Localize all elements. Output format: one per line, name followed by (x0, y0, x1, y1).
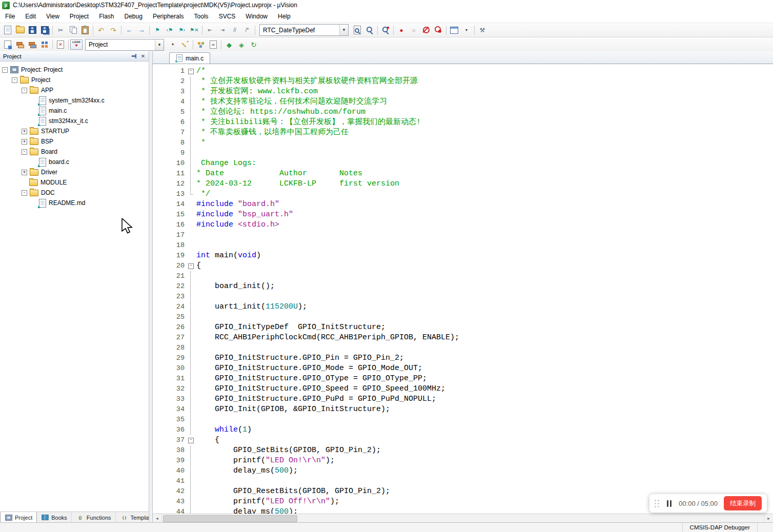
kill-all-breakpoints-button[interactable] (420, 24, 432, 36)
bookmark-toggle-button[interactable]: ⚑ (151, 24, 164, 36)
build-target-button[interactable] (14, 38, 26, 51)
scrollbar-track[interactable] (297, 514, 764, 523)
copy-button[interactable] (67, 24, 79, 36)
menu-edit[interactable]: Edit (20, 11, 41, 22)
scroll-left-button[interactable] (153, 515, 162, 523)
update-software-packs-button[interactable]: ↻ (248, 38, 260, 51)
paste-button[interactable] (79, 24, 91, 36)
stop-recording-button[interactable]: 结束录制 (724, 496, 762, 511)
tree-item-label: DOC (41, 189, 55, 196)
configure-tools-button[interactable]: ⚒ (476, 24, 489, 36)
tree-expander-icon[interactable]: - (22, 88, 27, 93)
recording-time: 00:00 / 05:00 (679, 500, 718, 507)
rebuild-all-button[interactable] (26, 38, 38, 51)
tree-expander-icon[interactable]: + (22, 170, 27, 175)
window-layout-button[interactable] (448, 24, 460, 36)
pack-installer-button[interactable]: ◈ (235, 38, 248, 51)
navigate-back-button[interactable]: ← (123, 24, 135, 36)
find-in-files-button[interactable] (351, 24, 363, 36)
translate-file-button[interactable] (2, 38, 14, 51)
uncomment-selection-button[interactable]: /* (241, 24, 253, 36)
navigate-forward-button[interactable]: → (135, 24, 148, 36)
menu-window[interactable]: Window (240, 11, 273, 22)
editor-tab-main-c[interactable]: main.c (169, 52, 210, 64)
bookmark-next-button[interactable]: ⚑› (176, 24, 188, 36)
fold-collapse-icon[interactable] (188, 438, 194, 443)
new-file-button[interactable] (2, 24, 14, 36)
enable-disable-breakpoint-button[interactable]: ○ (408, 24, 420, 36)
window-layout-dropdown-button[interactable]: ▾ (460, 24, 473, 36)
comment-selection-button[interactable]: // (229, 24, 241, 36)
insert-remove-breakpoint-button[interactable]: ● (395, 24, 408, 36)
tree-item-doc[interactable]: -DOC (0, 188, 149, 198)
find-word-button[interactable] (363, 24, 376, 36)
menu-view[interactable]: View (41, 11, 65, 22)
tree-item-stm32f4xx-it-c[interactable]: stm32f4xx_it.c (0, 116, 149, 126)
unindent-button[interactable]: ⇤ (204, 24, 216, 36)
editor-horizontal-scrollbar[interactable] (153, 514, 773, 523)
panel-tab-project[interactable]: Project (0, 512, 37, 523)
manage-project-items-button[interactable] (195, 38, 207, 51)
panel-tab-books[interactable]: Books (37, 512, 72, 523)
tree-item-app[interactable]: -APP (0, 85, 149, 95)
symbol-combo[interactable]: RTC_DateTypeDef (259, 24, 349, 36)
pause-recording-button[interactable] (666, 500, 673, 507)
tree-expander-icon[interactable]: - (22, 149, 27, 155)
options-for-target-button[interactable] (179, 38, 191, 51)
tree-item-board-c[interactable]: board.c (0, 157, 149, 167)
symbol-combo-dropdown[interactable] (339, 25, 348, 35)
fold-collapse-icon[interactable] (188, 263, 194, 269)
download-to-flash-button[interactable]: LOAD (70, 38, 83, 51)
tree-item-startup[interactable]: +STARTUP (0, 126, 149, 136)
tree-item-board[interactable]: -Board (0, 147, 149, 157)
code-area[interactable]: 1/*2 * 立创开发板软硬件资料与相关扩展板软硬件资料官网全部开源3 * 开发… (153, 64, 773, 514)
bookmark-previous-button[interactable]: ‹⚑ (164, 24, 176, 36)
file-extensions-books-environments-button[interactable]: ab (207, 38, 219, 51)
manage-run-time-environment-button[interactable]: ◆ (223, 38, 235, 51)
tree-item-project[interactable]: -Project (0, 75, 149, 85)
cut-button[interactable]: ✂ (54, 24, 67, 36)
scroll-right-button[interactable] (764, 515, 773, 523)
tree-item-module[interactable]: MODULE (0, 177, 149, 188)
batch-build-button[interactable] (38, 38, 51, 51)
open-file-button[interactable] (14, 24, 26, 36)
bookmark-clear-all-button[interactable]: ⚑✕ (188, 24, 200, 36)
tree-expander-icon[interactable]: + (22, 129, 27, 134)
menu-file[interactable]: File (0, 11, 20, 22)
tree-expander-icon[interactable]: - (12, 77, 17, 83)
tree-item-main-c[interactable]: main.c (0, 106, 149, 116)
target-combo-dropdown[interactable] (155, 39, 164, 50)
enable-disable-all-breakpoints-button[interactable] (432, 24, 444, 36)
tree-item-project-project[interactable]: -Project: Project (0, 65, 149, 75)
menu-tools[interactable]: Tools (189, 11, 214, 22)
save-all-button[interactable] (38, 24, 51, 36)
menu-project[interactable]: Project (65, 11, 94, 22)
scrollbar-thumb[interactable] (163, 515, 297, 522)
panel-tab-functions[interactable]: {}Functions (72, 512, 116, 523)
menu-flash[interactable]: Flash (94, 11, 119, 22)
save-button[interactable] (26, 24, 38, 36)
tree-item-driver[interactable]: +Driver (0, 167, 149, 177)
indent-button[interactable]: ⇥ (216, 24, 229, 36)
panel-pin-button[interactable] (131, 52, 139, 60)
panel-close-button[interactable] (139, 52, 147, 60)
fold-collapse-icon[interactable] (188, 69, 194, 74)
redo-button[interactable]: ↷ (107, 24, 119, 36)
target-dropdown-button[interactable]: ▾ (167, 38, 179, 51)
tree-item-bsp[interactable]: +BSP (0, 136, 149, 147)
menu-debug[interactable]: Debug (119, 11, 148, 22)
tree-expander-icon[interactable]: + (22, 139, 27, 145)
menu-svcs[interactable]: SVCS (214, 11, 241, 22)
undo-button[interactable]: ↶ (95, 24, 107, 36)
file-icon (39, 96, 46, 105)
tree-expander-icon[interactable]: - (2, 67, 8, 73)
menu-help[interactable]: Help (273, 11, 296, 22)
find-button[interactable] (379, 24, 392, 36)
tree-expander-icon[interactable]: - (22, 190, 27, 196)
drag-handle-icon[interactable] (655, 499, 660, 507)
target-combo[interactable]: Project (85, 39, 164, 51)
stop-build-button[interactable]: ✕ (54, 38, 67, 51)
tree-item-system-stm32f4xx-c[interactable]: system_stm32f4xx.c (0, 95, 149, 106)
tree-item-readme-md[interactable]: README.md (0, 198, 149, 208)
menu-peripherals[interactable]: Peripherals (148, 11, 189, 22)
